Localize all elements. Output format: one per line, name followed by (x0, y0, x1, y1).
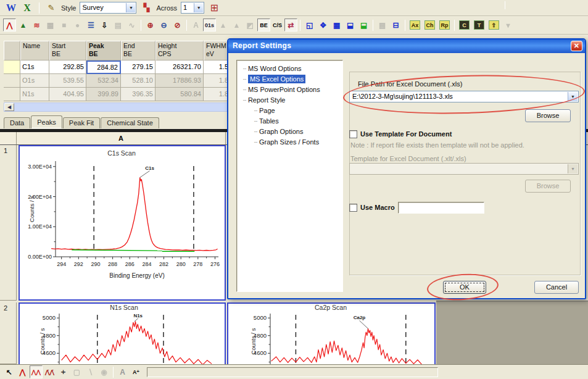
window-expand-icon[interactable]: ✥ (317, 19, 329, 31)
table-cell[interactable]: 528.10 (121, 74, 155, 88)
use-template-checkbox[interactable] (349, 130, 357, 138)
table-cell[interactable] (4, 74, 20, 88)
n1s-chart-pane[interactable]: N1s Scan500048004600Counts / sN1s (19, 302, 226, 367)
table-cell[interactable]: 26321.70 (155, 60, 204, 74)
column-header-height[interactable]: Height CPS (155, 41, 204, 60)
pane-layout-icon[interactable]: ⊞ (208, 2, 220, 14)
report-page-icon[interactable]: ✎ (45, 2, 57, 14)
use-macro-checkbox[interactable] (349, 204, 357, 212)
table-row-c1s[interactable]: C1s292.85284.82279.1526321.701.5 (4, 60, 231, 74)
excel-export-button[interactable]: X (21, 2, 33, 14)
tab-chemical-state[interactable]: Chemical State (101, 117, 159, 128)
table-cell[interactable]: 396.35 (121, 88, 155, 101)
window-select-icon[interactable]: ◱ (303, 19, 316, 31)
crosshair-tool-icon[interactable]: ＋ (57, 365, 70, 378)
display-overlay-icon[interactable]: ≋ (30, 19, 43, 31)
export-folder-icon[interactable]: ⇧ (487, 19, 501, 31)
table-cell[interactable]: 17886.93 (155, 74, 204, 88)
table-cell[interactable]: 404.95 (49, 88, 86, 101)
text-tool-icon[interactable]: A (116, 365, 129, 378)
c1s-scan-chart[interactable]: C1s Scan0.00E+001.00E+042.00E+043.00E+04… (20, 146, 225, 299)
browse-button[interactable]: Browse (525, 109, 571, 122)
table-cell[interactable]: C1s (20, 60, 49, 74)
table-cell[interactable]: 279.15 (121, 60, 155, 74)
zoom-reset-icon[interactable]: ⊘ (171, 19, 184, 31)
tree-item-ms-word-options[interactable]: ╌ MS Word Options (237, 64, 342, 74)
pointer-tool-icon[interactable]: ↖ (2, 365, 15, 378)
table-cell[interactable]: 580.84 (155, 88, 204, 101)
save-t-icon[interactable]: T (472, 19, 486, 31)
column-header-end[interactable]: End BE (121, 41, 155, 60)
style-check-icon[interactable]: ▚ (140, 2, 152, 14)
table-row-n1s[interactable]: N1s404.95399.89396.35580.841.8 (4, 88, 231, 101)
folder-rp-icon[interactable]: Rp (437, 19, 452, 31)
swap-axes-icon[interactable]: ⇄ (284, 19, 297, 31)
ca2p-scan-chart[interactable]: Ca2p Scan500048004600Counts / sCa2p (228, 304, 434, 367)
table-cell[interactable]: 399.89 (86, 88, 121, 101)
folder-ax-icon[interactable]: Ax (408, 19, 422, 31)
tab-data[interactable]: Data (4, 117, 30, 128)
list-rows-icon[interactable]: ☰ (85, 19, 97, 31)
peak-fit-tool-icon[interactable]: ⋀⋀ (30, 365, 43, 378)
sort-descending-icon[interactable]: ⇩ (98, 19, 111, 31)
table-horizontal-scrollbar[interactable]: ◀ (4, 102, 231, 112)
tree-item-ms-excel-options[interactable]: ╌ MS Excel Options (237, 74, 342, 85)
ca2p-chart-pane[interactable]: Ca2p Scan500048004600Counts / sCa2p (227, 302, 436, 367)
word-export-button[interactable]: W (5, 2, 17, 14)
tree-item-report-style[interactable]: ╌ Report Style (237, 95, 342, 106)
across-select[interactable]: 1 ▼ (181, 2, 204, 14)
window-hsplit-icon[interactable]: ⬓ (344, 19, 357, 31)
scroll-left-button[interactable]: ◀ (4, 103, 14, 111)
tree-item-ms-powerpoint-options[interactable]: ╌ MS PowerPoint Options (237, 85, 342, 95)
table-cell[interactable]: O1s (20, 74, 49, 88)
grid-column-a-header[interactable]: A (17, 132, 226, 144)
c1s-chart-pane[interactable]: C1s Scan0.00E+001.00E+042.00E+043.00E+04… (19, 145, 226, 301)
table-cell[interactable]: 292.85 (49, 60, 86, 74)
tree-item-page[interactable]: ╌ Page (237, 106, 342, 116)
svg-text:N1s Scan: N1s Scan (110, 304, 138, 311)
zoom-out-icon[interactable]: ⊖ (157, 19, 170, 31)
column-header-peak[interactable]: Peak BE (86, 41, 121, 60)
window-grid-icon[interactable]: ▦ (330, 19, 343, 31)
grid-edit-icon: ▤ (112, 19, 125, 31)
window-hsplit-green-icon[interactable]: ⬓ (357, 19, 370, 31)
template-note: Note : If report file exists then templa… (350, 141, 524, 149)
cancel-button[interactable]: Cancel (534, 281, 579, 294)
close-button[interactable]: ✕ (571, 41, 582, 51)
table-cell[interactable] (4, 60, 20, 74)
dropdown-arrow-icon[interactable]: ▼ (194, 3, 203, 12)
tab-peaks[interactable]: Peaks (31, 115, 62, 128)
tree-item-tables[interactable]: ╌ Tables (237, 116, 342, 127)
style-select[interactable]: Survey ▼ (80, 2, 136, 14)
folder-ch-icon[interactable]: Ch (423, 19, 437, 31)
table-cell[interactable]: N1s (20, 88, 49, 101)
column-header-name[interactable]: Name (20, 41, 49, 60)
tab-peak-fit[interactable]: Peak Fit (63, 117, 100, 128)
zoom-in-icon[interactable]: ⊕ (144, 19, 157, 31)
display-multi-spectra-icon[interactable]: ▲ (17, 19, 30, 31)
column-header-start[interactable]: Start BE (49, 41, 86, 60)
n1s-scan-chart[interactable]: N1s Scan500048004600Counts / sN1s (20, 304, 225, 367)
table-cell[interactable]: 284.82 (86, 60, 121, 74)
tree-item-graph-options[interactable]: ╌ Graph Options (237, 127, 342, 137)
save-c-icon[interactable]: C (457, 19, 471, 31)
peak-multi-tool-icon[interactable]: ⋀̇⋀̇ (43, 365, 56, 378)
dialog-title-bar[interactable]: Report Settings ✕ (228, 40, 585, 53)
display-spectrum-icon[interactable]: ⋀ (3, 19, 16, 31)
table-row-o1s[interactable]: O1s539.55532.34528.1017886.931.8 (4, 74, 231, 88)
peak-label-01s-icon[interactable]: 01s (203, 19, 216, 31)
window-collapse-icon[interactable]: ⊟ (389, 19, 402, 31)
add-text-tool-icon[interactable]: A⁺ (130, 365, 143, 378)
grid-row-1-header[interactable]: 1 (0, 145, 17, 301)
be-units-button[interactable]: BE (257, 19, 270, 31)
tree-item-graph-sizes-fonts[interactable]: ╌ Graph Sizes / Fonts (237, 137, 342, 148)
table-cell[interactable]: 539.55 (49, 74, 86, 88)
column-header-row[interactable] (4, 41, 20, 60)
table-cell[interactable]: 532.34 (86, 74, 121, 88)
macro-name-field[interactable] (398, 202, 484, 214)
peak-tool-icon[interactable]: ⋀ (16, 365, 29, 378)
dropdown-arrow-icon[interactable]: ▼ (126, 3, 135, 12)
table-cell[interactable] (4, 88, 20, 101)
grid-row-2-header[interactable]: 2 (0, 302, 17, 364)
cs-units-button[interactable]: C/S (271, 19, 284, 31)
